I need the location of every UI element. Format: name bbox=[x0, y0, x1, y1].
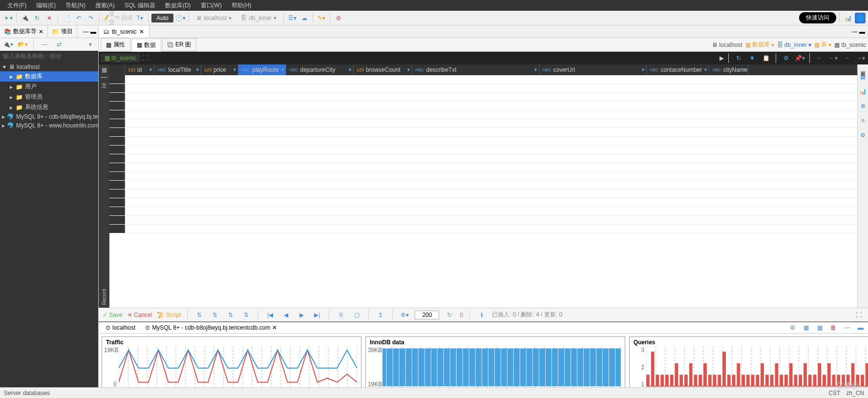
crumb-host[interactable]: 🖥 localhost bbox=[712, 42, 742, 48]
box-icon[interactable]: ▢ bbox=[351, 310, 362, 320]
db-selector[interactable]: 🗄 db_inner ▾ bbox=[237, 15, 280, 21]
new-conn-icon[interactable]: 🔌▾ bbox=[2, 39, 13, 50]
col-cityName[interactable]: ABC cityName▼ bbox=[709, 64, 748, 75]
more-icon[interactable]: ▾ bbox=[85, 39, 96, 50]
col-price[interactable]: 123 price▼ bbox=[201, 64, 238, 75]
subtab-data[interactable]: ▦ 数据 bbox=[131, 39, 161, 52]
crumb-db[interactable]: ▦ 数据库 ▾ bbox=[745, 41, 774, 49]
export-icon[interactable]: ↥ bbox=[375, 310, 386, 320]
col-describeTxt[interactable]: ABC describeTxt▼ bbox=[412, 64, 539, 75]
p2-icon[interactable]: 📊 bbox=[858, 86, 868, 97]
link-icon[interactable]: ⇄ bbox=[54, 39, 64, 50]
menu-help[interactable]: 帮助(H) bbox=[227, 1, 256, 10]
limit-input[interactable] bbox=[415, 311, 439, 319]
disconnect-icon[interactable]: ✕ bbox=[44, 13, 55, 23]
menu-file[interactable]: 文件(F) bbox=[2, 1, 31, 10]
subtab-er[interactable]: ⿻ ER 图 bbox=[162, 38, 196, 51]
crumb-tables[interactable]: ▦ 表 ▾ bbox=[814, 41, 831, 49]
close-side-icon[interactable]: ▬ bbox=[90, 28, 96, 35]
prev2-icon[interactable]: ←▾ bbox=[828, 53, 839, 63]
close-tab-icon[interactable]: ✕ bbox=[139, 28, 144, 35]
tree-node-用户[interactable]: ▸📁 用户 bbox=[0, 82, 98, 92]
tree-node-MySQL 8+ - www.houxinlin.com[interactable]: ▸🐬 MySQL 8+ - www.houxinlin.com bbox=[0, 121, 98, 130]
crumb-schema[interactable]: 🗄 db_inner ▾ bbox=[777, 42, 812, 48]
menu-search[interactable]: 搜索(A) bbox=[90, 1, 120, 10]
save-button[interactable]: ✓ Save bbox=[103, 312, 123, 318]
b-layout1-icon[interactable]: ▦ bbox=[801, 322, 811, 333]
quick-access-button[interactable]: 快速访问 bbox=[799, 12, 836, 23]
perspective2-icon[interactable]: 🌐 bbox=[855, 13, 866, 23]
refresh-icon[interactable]: ↻ bbox=[32, 13, 42, 23]
cancel-button[interactable]: ✕ Cancel bbox=[127, 312, 152, 318]
close-btab-icon[interactable]: ✕ bbox=[272, 324, 277, 331]
new-connection-icon[interactable]: ▾ bbox=[2, 13, 13, 23]
p1-icon[interactable]: ▦ bbox=[858, 71, 868, 82]
menu-db[interactable]: 数据库(D) bbox=[160, 1, 196, 10]
col-departureCity[interactable]: ABC departureCity▼ bbox=[286, 64, 354, 75]
collapse-icon[interactable]: — bbox=[39, 39, 50, 50]
p5-icon[interactable]: ⚙ bbox=[858, 130, 868, 141]
search-input[interactable] bbox=[3, 53, 95, 60]
list-icon[interactable]: ☰▾ bbox=[287, 13, 297, 23]
b-max-icon[interactable]: ▬ bbox=[855, 322, 866, 333]
stop-icon[interactable]: ⊘ bbox=[333, 13, 344, 23]
perspective1-icon[interactable]: 📊 bbox=[843, 13, 853, 23]
col-playRoute[interactable]: ABC playRoute▼ bbox=[238, 64, 286, 75]
add-row-icon[interactable]: 📋 bbox=[761, 53, 771, 63]
first-page-icon[interactable]: |◀ bbox=[265, 310, 275, 320]
settings-grid-icon[interactable]: ⚙ bbox=[781, 53, 791, 63]
prev-page-icon[interactable]: ◀ bbox=[280, 310, 291, 320]
text-mode-icon[interactable]: 文 bbox=[101, 82, 107, 90]
tree-node-MySQL 8+ - cdb-b8oj8wyq.bj.tenc[interactable]: ▸🐬 MySQL 8+ - cdb-b8oj8wyq.bj.tenc bbox=[0, 112, 98, 121]
b-settings-icon[interactable]: ⚙ bbox=[787, 322, 798, 333]
plug-icon[interactable]: 🔌 bbox=[20, 13, 30, 23]
last-page-icon[interactable]: ▶| bbox=[312, 310, 322, 320]
sql-apply-icon[interactable]: ↷ bbox=[85, 13, 96, 23]
grid-mode-icon[interactable]: ▦ bbox=[102, 66, 107, 73]
refresh-count-icon[interactable]: ↻ bbox=[444, 310, 455, 320]
dup-icon[interactable]: ⎘ bbox=[336, 310, 346, 320]
tree-search[interactable] bbox=[0, 51, 98, 62]
subtab-props[interactable]: ▦ 属性 bbox=[101, 38, 130, 51]
menu-sql[interactable]: SQL 编辑器 bbox=[120, 1, 160, 10]
sidebar-tab-project[interactable]: 📁 项目 bbox=[48, 25, 77, 38]
menu-edit[interactable]: 编辑(E) bbox=[31, 1, 61, 10]
sort2-icon[interactable]: ⇅ bbox=[210, 310, 220, 320]
sql-rollback-icon[interactable]: ↶ bbox=[73, 13, 84, 23]
p4-icon[interactable]: ≡ bbox=[858, 115, 868, 126]
col-id[interactable]: 123 id▼ bbox=[125, 64, 154, 75]
btab-mysql[interactable]: ⊙ MySQL 8+ - cdb-b8oj8wyq.bj.tencentcdb.… bbox=[140, 323, 282, 333]
btab-localhost[interactable]: ⊙ localhost bbox=[101, 323, 140, 333]
p3-icon[interactable]: ⊕ bbox=[858, 101, 868, 111]
b-trash-icon[interactable]: 🗑 bbox=[828, 322, 839, 333]
bc-table[interactable]: ▦ tb_scenic bbox=[101, 54, 140, 63]
filter-icon[interactable]: ▼ bbox=[747, 53, 758, 63]
data-grid[interactable]: 123 id▼ABC localTitle▼123 price▼ABC play… bbox=[109, 64, 857, 308]
minimize-icon[interactable]: — bbox=[83, 28, 89, 35]
col-localTitle[interactable]: ABC localTitle▼ bbox=[154, 64, 201, 75]
cloud-icon[interactable]: ☁ bbox=[299, 13, 310, 23]
auto-commit-toggle[interactable]: Auto bbox=[151, 14, 173, 22]
maximize-grid-icon[interactable]: ⛶ bbox=[853, 310, 864, 320]
menu-window[interactable]: 窗口(W) bbox=[196, 1, 227, 10]
sort1-icon[interactable]: ⇅ bbox=[194, 310, 205, 320]
sort4-icon[interactable]: ⇅ bbox=[241, 310, 252, 320]
refresh-grid-icon[interactable]: ↻ bbox=[733, 53, 744, 63]
history-icon[interactable]: 🕐▾ bbox=[175, 13, 186, 23]
tree-node-管理员[interactable]: ▸📁 管理员 bbox=[0, 92, 98, 102]
prev-icon[interactable]: ← bbox=[814, 53, 825, 63]
menu-nav[interactable]: 导航(N) bbox=[61, 1, 90, 10]
sql-editor-icon[interactable]: 📄 bbox=[61, 13, 72, 23]
editor-max-icon[interactable]: ▬ bbox=[859, 28, 865, 35]
wand-icon[interactable]: ✎▾ bbox=[316, 13, 327, 23]
tree-node-localhost[interactable]: ▾🖥 localhost bbox=[0, 63, 98, 71]
col-contaceNumber[interactable]: ABC contaceNumber▼ bbox=[647, 64, 709, 75]
b-min-icon[interactable]: — bbox=[842, 322, 852, 333]
play-icon[interactable]: ▶ bbox=[720, 55, 724, 62]
crumb-table[interactable]: ▦ tb_scenic bbox=[834, 42, 866, 48]
rollback-icon[interactable]: ⟲ 回滚 bbox=[115, 13, 133, 23]
editor-min-icon[interactable]: — bbox=[852, 28, 858, 35]
editor-tab-tbscenic[interactable]: 🗂 tb_scenic ✕ bbox=[99, 25, 149, 38]
col-browseCount[interactable]: 123 browseCount▼ bbox=[354, 64, 412, 75]
next-icon[interactable]: → bbox=[842, 53, 852, 63]
